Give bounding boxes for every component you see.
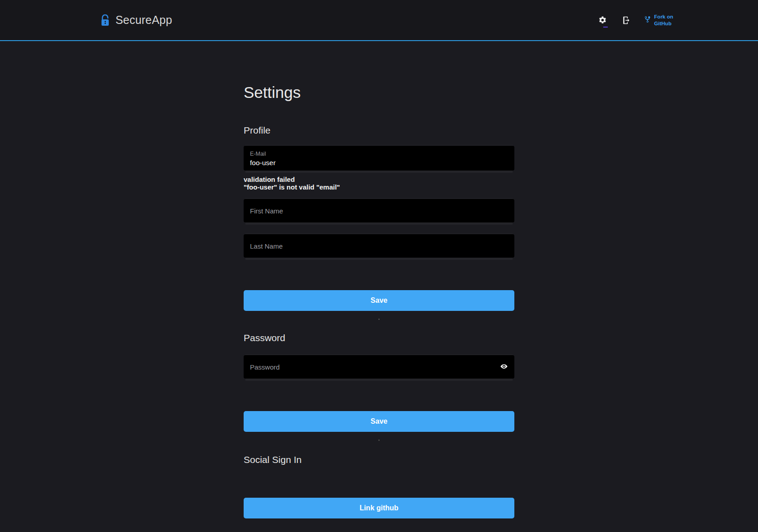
first-name-field[interactable] [244,199,514,222]
email-validation-error: validation failed "foo-user" is not vali… [244,176,514,191]
logout-door-icon [622,16,631,25]
last-name-input[interactable] [250,242,508,250]
first-name-input[interactable] [250,207,508,215]
settings-main: Settings Profile E-Mail validation faile… [244,41,514,518]
fork-on-github-link[interactable]: Fork on GitHub [644,14,673,27]
app-header: SecureApp [0,0,758,41]
password-input[interactable] [250,363,495,371]
brand: SecureApp [100,14,172,27]
save-profile-button[interactable]: Save [244,290,514,311]
eye-icon [500,362,508,372]
section-divider-dot [379,439,379,441]
password-heading: Password [244,333,514,343]
email-field[interactable]: E-Mail [244,146,514,171]
header-actions: Fork on GitHub [597,14,673,27]
email-label: E-Mail [250,151,508,157]
password-field[interactable] [244,355,514,379]
email-input[interactable] [250,159,508,167]
validation-line-1: validation failed [244,176,514,183]
gear-icon [598,16,607,24]
git-fork-icon [644,16,651,25]
page-title: Settings [244,83,514,102]
validation-line-2: "foo-user" is not valid "email" [244,183,514,191]
lock-icon [100,14,110,26]
fork-link-label: Fork on GitHub [654,14,673,27]
profile-heading: Profile [244,125,514,136]
gear-cursor-mark [603,27,608,28]
logout-button[interactable] [620,14,632,26]
social-sign-in-heading: Social Sign In [244,454,514,465]
settings-gear-button[interactable] [597,14,609,26]
toggle-password-visibility-button[interactable] [500,362,508,372]
save-password-button[interactable]: Save [244,411,514,432]
section-divider-dot [379,319,379,320]
link-github-button[interactable]: Link github [244,498,514,518]
app-title: SecureApp [116,14,172,27]
last-name-field[interactable] [244,234,514,258]
